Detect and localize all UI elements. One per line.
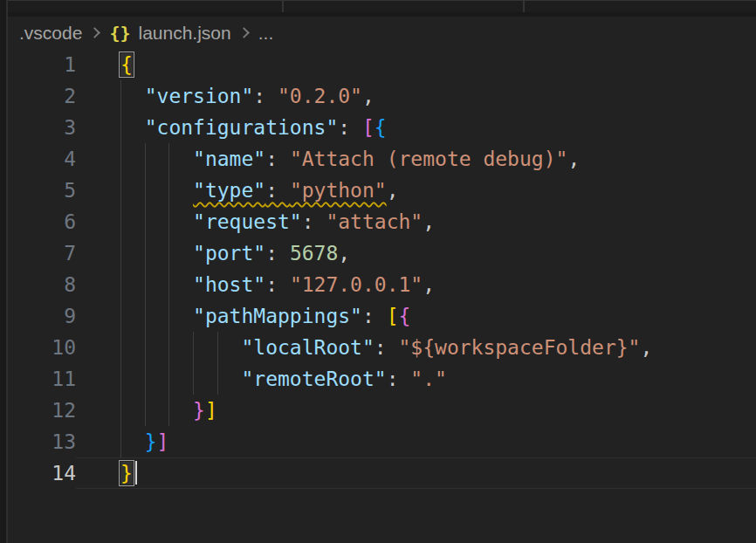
code-line[interactable]: "configurations": [{ xyxy=(76,112,756,143)
line-text: "request": "attach", xyxy=(76,206,435,237)
indent-guide xyxy=(145,269,146,300)
line-number[interactable]: 11 xyxy=(8,363,76,395)
indent-guide xyxy=(168,395,169,426)
indent-guide xyxy=(168,363,169,395)
indent-guide xyxy=(168,143,169,175)
code-row: 13}] xyxy=(8,426,756,457)
indent-guide xyxy=(145,206,146,237)
code-line[interactable]: "name": "Attach (remote debug)", xyxy=(76,143,756,175)
code-line[interactable]: { xyxy=(76,49,756,80)
code-row: 7"port": 5678, xyxy=(8,237,756,269)
indent-guide xyxy=(120,175,121,206)
line-number[interactable]: 14 xyxy=(8,457,76,489)
token: , xyxy=(362,85,375,107)
indent-guide xyxy=(120,143,121,175)
token: , xyxy=(338,242,350,265)
code-row: 2"version": "0.2.0", xyxy=(8,80,756,112)
indent-guide xyxy=(168,206,169,237)
token: "remoteRoot" xyxy=(241,368,386,390)
line-number[interactable]: 8 xyxy=(8,269,76,300)
token: "configurations" xyxy=(145,116,339,139)
code-row: 10"localRoot": "${workspaceFolder}", xyxy=(8,332,756,363)
bracket-match: } xyxy=(120,462,133,485)
line-number[interactable]: 7 xyxy=(8,237,76,269)
window-left-rail xyxy=(0,0,6,543)
code-editor[interactable]: 1{2"version": "0.2.0",3"configurations":… xyxy=(8,49,756,489)
token: 5678 xyxy=(290,242,338,265)
token: "host" xyxy=(193,273,265,296)
token: : xyxy=(387,368,411,390)
token: : xyxy=(338,116,362,139)
indent-guide xyxy=(145,300,146,332)
indent-guide xyxy=(217,332,218,363)
indent-guide xyxy=(120,332,121,363)
token: "${workspaceFolder}" xyxy=(399,336,641,359)
breadcrumb-symbol[interactable]: ... xyxy=(258,23,274,44)
code-line[interactable]: "localRoot": "${workspaceFolder}", xyxy=(76,332,756,363)
token: : xyxy=(265,273,290,296)
code-line[interactable]: }] xyxy=(76,395,756,426)
indent-guide xyxy=(120,80,121,112)
token: "." xyxy=(410,368,447,390)
token: "127.0.0.1" xyxy=(290,273,423,296)
indent-guide xyxy=(168,237,169,269)
indent-guide xyxy=(120,269,121,300)
line-text: "remoteRoot": "." xyxy=(76,363,447,395)
line-number[interactable]: 5 xyxy=(8,175,76,206)
indent-guide xyxy=(120,112,121,143)
indent-guide xyxy=(168,175,169,206)
code-line[interactable]: }] xyxy=(76,426,756,457)
code-line[interactable]: "version": "0.2.0", xyxy=(76,80,756,112)
token: , xyxy=(423,210,435,233)
code-line[interactable]: "remoteRoot": "." xyxy=(76,363,756,395)
token: , xyxy=(640,336,652,359)
code-row: 8"host": "127.0.0.1", xyxy=(8,269,756,300)
token: , xyxy=(567,148,580,170)
code-row: 6"request": "attach", xyxy=(8,206,756,237)
code-line[interactable]: "pathMappings": [{ xyxy=(76,300,756,332)
token: } xyxy=(145,430,157,453)
code-line[interactable]: "host": "127.0.0.1", xyxy=(76,269,756,300)
line-number[interactable]: 2 xyxy=(8,80,76,112)
indent-guide xyxy=(193,363,194,395)
json-file-icon: {} xyxy=(109,23,130,44)
chevron-right-icon xyxy=(238,27,250,38)
token: , xyxy=(423,273,435,296)
code-row: 9"pathMappings": [{ xyxy=(8,300,756,332)
token: "name" xyxy=(193,148,265,170)
line-number[interactable]: 4 xyxy=(8,143,76,175)
line-number[interactable]: 6 xyxy=(8,206,76,237)
token: : xyxy=(265,242,290,265)
indent-guide xyxy=(145,237,146,269)
code-line[interactable]: "type": "python", xyxy=(76,175,756,206)
code-line[interactable]: "port": 5678, xyxy=(76,237,756,269)
indent-guide xyxy=(168,332,169,363)
line-number[interactable]: 12 xyxy=(8,395,76,426)
token: ] xyxy=(205,399,217,422)
breadcrumb-file[interactable]: launch.json xyxy=(138,23,230,44)
line-number[interactable]: 10 xyxy=(8,332,76,363)
indent-guide xyxy=(120,206,121,237)
line-text: "pathMappings": [{ xyxy=(76,300,410,332)
line-number[interactable]: 3 xyxy=(8,112,76,143)
breadcrumb-folder[interactable]: .vscode xyxy=(19,23,82,44)
code-line[interactable]: "request": "attach", xyxy=(76,206,756,237)
code-row: 5"type": "python", xyxy=(8,175,756,206)
token: "type" xyxy=(193,179,265,202)
token: : xyxy=(375,336,399,359)
indent-guide xyxy=(120,237,121,269)
line-number[interactable]: 9 xyxy=(8,300,76,332)
code-row: 3"configurations": [{ xyxy=(8,112,756,143)
token: { xyxy=(399,305,411,327)
line-text: "host": "127.0.0.1", xyxy=(76,269,435,300)
token: : xyxy=(302,210,326,233)
token: : xyxy=(265,179,290,202)
token: , xyxy=(387,179,399,202)
token: : xyxy=(362,305,387,327)
line-text: }] xyxy=(76,395,217,426)
line-number[interactable]: 13 xyxy=(8,426,76,457)
code-line[interactable]: } xyxy=(76,457,756,489)
indent-guide xyxy=(145,395,146,426)
line-number[interactable]: 1 xyxy=(8,49,76,80)
bracket-match: { xyxy=(120,53,133,76)
